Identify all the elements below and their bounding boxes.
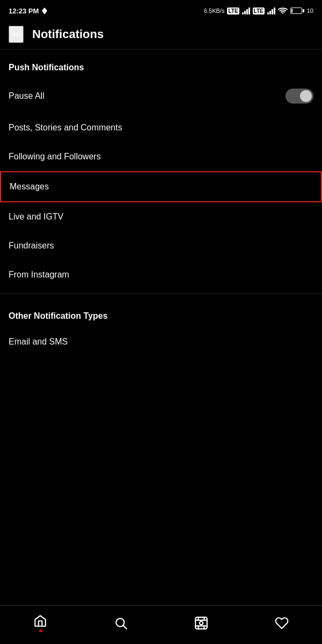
signal-bars-2 [267, 7, 275, 14]
fundraisers-label: Fundraisers [9, 241, 54, 251]
svg-point-5 [200, 621, 203, 625]
time-display: 12:23 PM [9, 7, 39, 15]
search-icon [114, 616, 128, 630]
lte-badge-2: LTE [253, 8, 265, 14]
push-notifications-header: Push Notifications [0, 50, 322, 79]
status-right: 6.5KB/s LTE LTE 10 [204, 7, 313, 14]
pause-all-label: Pause All [9, 91, 45, 101]
nav-item-home[interactable] [25, 610, 56, 636]
pause-all-toggle[interactable] [286, 89, 313, 104]
lte-badge-1: LTE [227, 8, 239, 14]
battery-icon [290, 8, 304, 14]
menu-item-from-instagram[interactable]: From Instagram [0, 260, 322, 289]
wifi-icon [278, 7, 288, 14]
menu-item-email-sms[interactable]: Email and SMS [0, 327, 322, 356]
toggle-knob [300, 90, 312, 102]
home-dot [39, 630, 42, 632]
page-title: Notifications [32, 27, 104, 41]
reels-icon [194, 616, 208, 630]
svg-rect-4 [195, 617, 207, 629]
status-left: 12:23 PM [9, 7, 47, 15]
menu-item-following-followers[interactable]: Following and Followers [0, 142, 322, 171]
svg-point-1 [282, 13, 283, 14]
bottom-nav [0, 605, 322, 644]
menu-item-live-igtv[interactable]: Live and IGTV [0, 202, 322, 231]
battery-percent: 10 [307, 8, 313, 14]
speed-display: 6.5KB/s [204, 8, 225, 14]
email-sms-label: Email and SMS [9, 337, 68, 347]
home-icon [33, 614, 47, 628]
from-instagram-label: From Instagram [9, 270, 69, 280]
signal-bars-1 [242, 7, 250, 14]
menu-item-posts-stories[interactable]: Posts, Stories and Comments [0, 113, 322, 142]
posts-stories-label: Posts, Stories and Comments [9, 123, 122, 133]
heart-icon [275, 616, 289, 630]
back-button[interactable]: ← [9, 26, 24, 43]
menu-item-pause-all[interactable]: Pause All [0, 79, 322, 113]
page-header: ← Notifications [0, 19, 322, 50]
notifications-content: Push Notifications Pause All Posts, Stor… [0, 50, 322, 356]
messages-label: Messages [10, 182, 49, 192]
menu-item-messages[interactable]: Messages [0, 171, 322, 202]
status-bar: 12:23 PM 6.5KB/s LTE LTE [0, 0, 322, 19]
svg-marker-0 [42, 8, 47, 14]
nav-item-search[interactable] [105, 612, 136, 634]
live-igtv-label: Live and IGTV [9, 212, 63, 222]
menu-item-fundraisers[interactable]: Fundraisers [0, 231, 322, 260]
section-divider [0, 294, 322, 294]
other-notifications-header: Other Notification Types [0, 298, 322, 327]
nav-item-reels[interactable] [186, 612, 217, 634]
location-icon [42, 8, 47, 14]
following-followers-label: Following and Followers [9, 152, 101, 162]
svg-line-3 [123, 625, 127, 628]
nav-item-likes[interactable] [266, 612, 297, 634]
